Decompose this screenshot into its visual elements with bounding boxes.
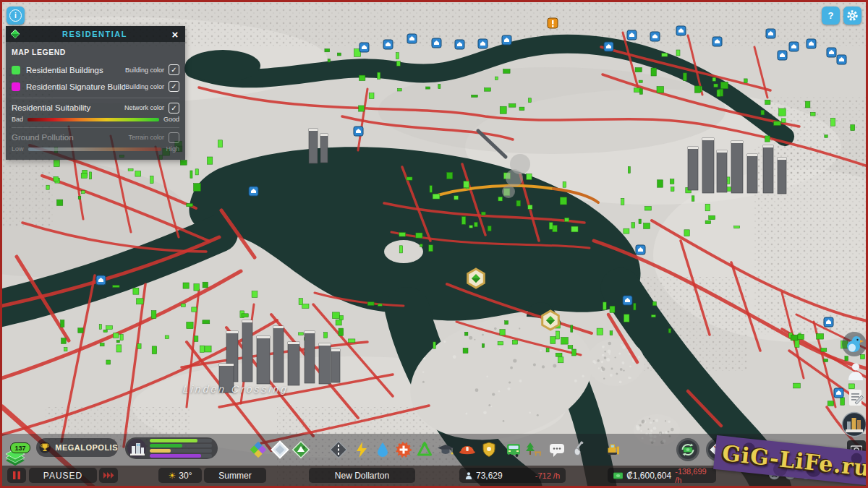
pause-button[interactable] xyxy=(7,468,26,483)
population-icon xyxy=(465,471,472,480)
tool-transportation-button[interactable] xyxy=(504,440,523,459)
money-icon xyxy=(613,472,623,479)
sun-icon: ☀ xyxy=(169,471,176,481)
help-button[interactable]: ? xyxy=(822,7,840,25)
divider xyxy=(12,127,179,128)
parks-recreation-icon xyxy=(524,440,543,459)
bulldozer-icon xyxy=(604,440,623,459)
map-service-icon[interactable] xyxy=(502,35,511,45)
tool-roads-button[interactable] xyxy=(329,440,348,459)
map-service-icon[interactable] xyxy=(676,26,686,35)
map-service-icon[interactable] xyxy=(249,187,258,196)
journal-icon xyxy=(847,388,864,407)
treasury-widget[interactable]: ₡1,600,604 -138,699 /h xyxy=(608,468,716,483)
map-service-icon[interactable] xyxy=(834,388,843,398)
milestone-level-badge: 137 xyxy=(10,442,30,453)
tool-garbage-button[interactable] xyxy=(415,440,434,459)
map-service-icon[interactable] xyxy=(354,127,363,136)
close-icon[interactable]: × xyxy=(169,29,181,40)
treasury-value: ₡1,600,604 xyxy=(626,471,671,481)
citizens-button[interactable] xyxy=(847,362,864,384)
landscaping-icon xyxy=(292,440,310,459)
map-service-icon[interactable] xyxy=(455,40,464,49)
tool-communications-button[interactable] xyxy=(548,440,566,459)
tool-economy-button[interactable] xyxy=(676,438,699,461)
checkbox-checked[interactable]: ✓ xyxy=(169,64,179,75)
tool-zoning-button[interactable] xyxy=(249,440,268,459)
tool-terraforming-button[interactable] xyxy=(570,440,589,459)
map-service-icon[interactable] xyxy=(604,42,613,51)
tool-parks-recreation-button[interactable] xyxy=(524,440,543,459)
city-landmark-icon xyxy=(841,411,867,437)
map-service-icon[interactable] xyxy=(478,39,488,48)
chirper-button[interactable] xyxy=(841,331,867,360)
temperature-widget[interactable]: ☀ 30° xyxy=(158,468,202,483)
map-service-icon[interactable] xyxy=(359,43,369,52)
map-service-icon[interactable] xyxy=(407,34,417,43)
map-service-icon[interactable] xyxy=(837,55,846,64)
map-legend-title: MAP LEGEND xyxy=(12,48,179,56)
divider xyxy=(12,98,179,98)
tool-bulldozer-button[interactable] xyxy=(604,440,623,459)
demand-widget[interactable] xyxy=(125,437,218,459)
map-service-icon[interactable] xyxy=(824,317,833,327)
transportation-icon xyxy=(504,440,523,459)
tool-education-button[interactable] xyxy=(436,440,455,459)
zoning-icon xyxy=(249,440,268,459)
milestone-name-pill[interactable]: MEGALOPOLIS xyxy=(36,438,118,457)
trophy-icon xyxy=(39,440,51,455)
city-demand-icon xyxy=(127,438,147,458)
magenta-swatch xyxy=(12,82,20,91)
population-widget[interactable]: 73,629 -712 /h xyxy=(459,468,566,483)
checkbox-checked[interactable]: ✓ xyxy=(169,103,179,114)
legend-row-pollution: Ground Pollution Terrain color xyxy=(12,131,179,144)
panel-title: RESIDENTIAL xyxy=(20,30,169,38)
fire-rescue-icon xyxy=(458,440,477,459)
tool-police-button[interactable] xyxy=(480,440,498,459)
legend-row-residential-buildings: Residential Buildings Building color ✓ xyxy=(12,61,179,78)
map-area-label: Linden Crossing xyxy=(182,383,289,395)
map-service-icon[interactable] xyxy=(827,48,836,57)
map-alert-icon[interactable] xyxy=(548,18,558,28)
map-service-icon[interactable] xyxy=(807,39,816,48)
tool-fire-rescue-button[interactable] xyxy=(458,440,477,459)
checkbox-unchecked[interactable] xyxy=(169,132,179,143)
map-service-icon[interactable] xyxy=(627,30,637,40)
journal-button[interactable] xyxy=(847,388,864,410)
map-service-icon[interactable] xyxy=(766,29,775,38)
checkbox-checked[interactable]: ✓ xyxy=(169,81,179,92)
signature-building-marker[interactable] xyxy=(468,269,485,288)
tool-electricity-button[interactable] xyxy=(352,440,371,459)
settings-button[interactable] xyxy=(843,7,861,25)
map-service-icon[interactable] xyxy=(712,37,722,46)
tool-healthcare-button[interactable] xyxy=(394,440,413,459)
legend-row-suitability: Residential Suitability Network color ✓ xyxy=(12,101,179,114)
education-icon xyxy=(436,440,455,459)
demand-bars xyxy=(147,437,218,459)
map-service-icon[interactable] xyxy=(96,275,106,285)
tool-water-sewage-button[interactable] xyxy=(373,440,392,459)
pause-icon xyxy=(13,471,20,479)
roads-icon xyxy=(329,440,348,459)
map-service-icon[interactable] xyxy=(636,245,645,254)
tool-landscaping-button[interactable] xyxy=(292,440,310,459)
landmarks-button[interactable] xyxy=(841,411,867,440)
police-icon xyxy=(480,440,498,459)
info-button[interactable]: i xyxy=(7,7,25,25)
season-widget[interactable]: Summer xyxy=(204,468,266,483)
map-service-icon[interactable] xyxy=(650,32,660,41)
tool-areas-button[interactable] xyxy=(271,440,289,459)
chirper-bird-icon xyxy=(841,331,867,357)
map-service-icon[interactable] xyxy=(432,38,441,48)
temperature-value: 30° xyxy=(179,471,192,481)
city-name-pill[interactable]: New Dollarton xyxy=(309,468,415,483)
pollution-gradient-bar xyxy=(28,147,162,151)
panel-header[interactable]: RESIDENTIAL × xyxy=(6,26,185,42)
map-service-icon[interactable] xyxy=(383,40,393,49)
map-service-icon[interactable] xyxy=(789,42,799,51)
map-service-icon[interactable] xyxy=(778,51,787,60)
signature-building-marker[interactable] xyxy=(542,311,559,330)
speed-control-button[interactable] xyxy=(99,468,118,483)
residential-gem-icon xyxy=(10,29,20,39)
map-service-icon[interactable] xyxy=(623,296,632,305)
